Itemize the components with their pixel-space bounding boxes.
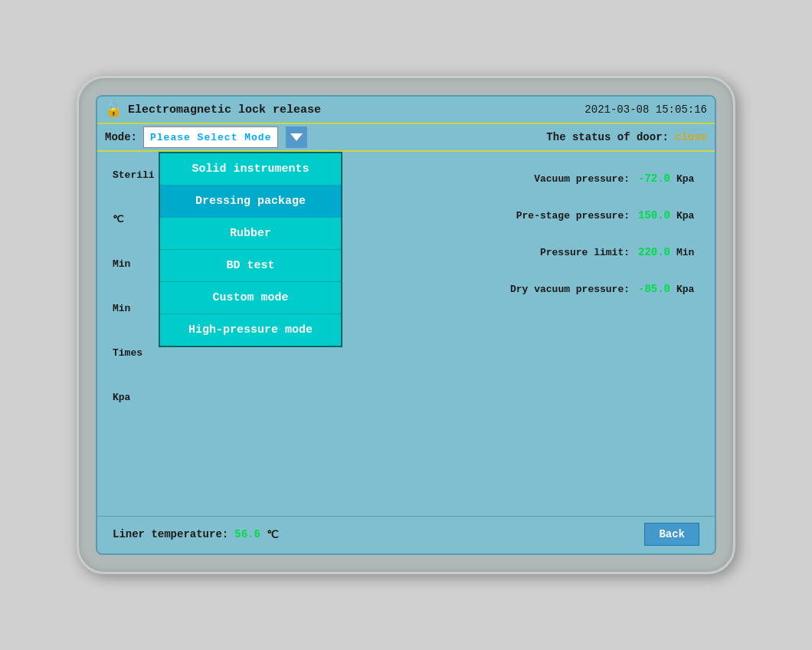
main-content: Sterili ℃ Min Min Times Kpa bbox=[97, 152, 715, 516]
mode-dropdown-menu: Solid instruments Dressing package Rubbe… bbox=[159, 152, 342, 347]
pressure-limit-unit: Min bbox=[676, 247, 699, 258]
dropdown-arrow-button[interactable] bbox=[286, 126, 307, 148]
dry-vacuum-row: Dry vacuum pressure: -85.0 Kpa bbox=[312, 274, 699, 304]
bottom-section: Liner temperature: 56.6 ℃ Back bbox=[97, 516, 715, 553]
door-status-value: close bbox=[675, 131, 707, 143]
partial-row-5: Kpa bbox=[113, 382, 155, 412]
back-button[interactable]: Back bbox=[644, 523, 699, 546]
mode-option-solid-instruments[interactable]: Solid instruments bbox=[160, 153, 341, 185]
pre-stage-value: 150.0 bbox=[636, 209, 670, 222]
pressure-limit-row: Pressure limit: 220.0 Min bbox=[312, 237, 699, 268]
liner-temperature-section: Liner temperature: 56.6 ℃ bbox=[113, 528, 279, 541]
screen: 🔓 Electromagnetic lock release 2021-03-0… bbox=[96, 95, 716, 555]
liner-temp-label: Liner temperature: bbox=[113, 528, 228, 540]
pressure-limit-label: Pressure limit: bbox=[507, 247, 630, 258]
sterili-row: Sterili bbox=[113, 159, 155, 190]
vacuum-pressure-row: Vacuum pressure: -72.0 Kpa bbox=[312, 163, 699, 194]
mode-option-dressing-package[interactable]: Dressing package bbox=[160, 185, 341, 218]
mode-select-text: Please Select Mode bbox=[150, 132, 271, 143]
door-status-section: The status of door: close bbox=[546, 131, 707, 143]
dry-vacuum-label: Dry vacuum pressure: bbox=[507, 284, 630, 295]
mode-option-rubber[interactable]: Rubber bbox=[160, 218, 341, 250]
dry-vacuum-unit: Kpa bbox=[676, 284, 699, 295]
unit-times: Times bbox=[113, 347, 142, 359]
unit-min2: Min bbox=[113, 303, 130, 314]
vacuum-pressure-unit: Kpa bbox=[676, 173, 699, 185]
dry-vacuum-value: -85.0 bbox=[636, 283, 670, 295]
sterili-label: Sterili bbox=[113, 169, 155, 181]
pre-stage-label: Pre-stage pressure: bbox=[507, 210, 630, 222]
right-parameter-panel: Vacuum pressure: -72.0 Kpa Pre-stage pre… bbox=[312, 159, 699, 508]
chevron-down-icon bbox=[290, 133, 303, 141]
unit-kpa: Kpa bbox=[113, 392, 130, 403]
title-bar: 🔓 Electromagnetic lock release 2021-03-0… bbox=[97, 97, 715, 124]
left-partial-labels: Sterili ℃ Min Min Times Kpa bbox=[113, 159, 155, 412]
title-left: 🔓 Electromagnetic lock release bbox=[105, 101, 321, 118]
unit-c: ℃ bbox=[113, 213, 124, 225]
mode-bar: Mode: Please Select Mode The status of d… bbox=[97, 124, 715, 152]
pre-stage-unit: Kpa bbox=[676, 210, 699, 222]
pressure-limit-value: 220.0 bbox=[636, 246, 670, 258]
unit-min1: Min bbox=[113, 258, 130, 270]
liner-temp-value: 56.6 bbox=[234, 528, 260, 540]
mode-option-bd-test[interactable]: BD test bbox=[160, 250, 341, 282]
mode-option-custom-mode[interactable]: Custom mode bbox=[160, 282, 341, 314]
door-status-label: The status of door: bbox=[546, 131, 669, 143]
partial-row-2: Min bbox=[113, 248, 155, 279]
partial-row-3: Min bbox=[113, 293, 155, 323]
lock-icon: 🔓 bbox=[105, 101, 122, 118]
app-title: Electromagnetic lock release bbox=[128, 103, 321, 117]
mode-select-box[interactable]: Please Select Mode bbox=[143, 126, 278, 148]
datetime-display: 2021-03-08 15:05:16 bbox=[584, 103, 707, 116]
partial-row-4: Times bbox=[113, 337, 155, 368]
partial-row-1: ℃ bbox=[113, 204, 155, 235]
mode-option-high-pressure[interactable]: High-pressure mode bbox=[160, 314, 341, 346]
liner-temp-unit: ℃ bbox=[267, 528, 279, 541]
pre-stage-row: Pre-stage pressure: 150.0 Kpa bbox=[312, 200, 699, 231]
device-frame: 🔓 Electromagnetic lock release 2021-03-0… bbox=[77, 76, 735, 574]
vacuum-pressure-label: Vacuum pressure: bbox=[507, 173, 630, 185]
mode-label: Mode: bbox=[105, 131, 137, 143]
vacuum-pressure-value: -72.0 bbox=[636, 172, 670, 185]
